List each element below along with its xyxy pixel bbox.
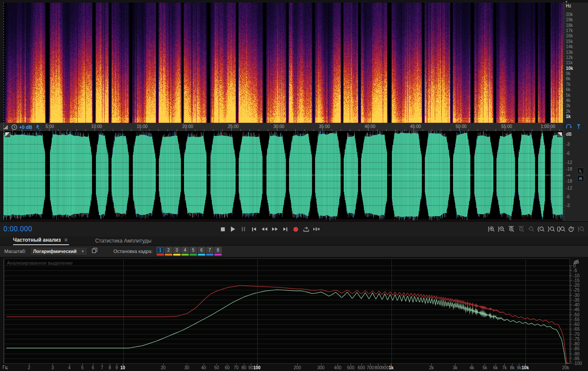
chart-x-tick-label: 20k xyxy=(562,365,569,370)
frequency-tick-label: 1k xyxy=(566,114,571,119)
playhead-line[interactable] xyxy=(3,3,4,220)
skip-to-end-button[interactable] xyxy=(281,224,289,234)
hold-frame-color-bar xyxy=(181,254,189,256)
hold-frame-button-label: 5 xyxy=(190,247,197,253)
chart-x-tick-label: 10 xyxy=(120,365,125,370)
auto-scroll-icon[interactable] xyxy=(565,123,572,131)
loop-playback-button[interactable] xyxy=(302,224,310,234)
chart-x-tick-label: 90 xyxy=(248,365,253,370)
timeline-ruler[interactable]: +0 dB 5:0010:0015:0020:0025:0030:0035:00… xyxy=(0,123,563,131)
zoom-in-horizontal-button[interactable] xyxy=(507,225,516,233)
chart-y-tick xyxy=(570,276,572,276)
hold-frame-button-7[interactable]: 7 xyxy=(206,247,214,256)
hold-frame-button-label: 1 xyxy=(157,247,164,253)
gain-hud-value[interactable]: +0 dB xyxy=(19,123,32,131)
time-display[interactable]: 0:00.000 xyxy=(3,225,32,233)
chart-y-tick-label: 0 xyxy=(573,263,576,268)
chart-x-tick-label: 200 xyxy=(294,365,301,370)
zoom-toolbar xyxy=(487,225,585,233)
zoom-in-horizontal-icon xyxy=(508,226,515,233)
transport-buttons xyxy=(218,224,321,234)
hold-frame-button-6[interactable]: 6 xyxy=(198,247,205,256)
chart-y-tick-label: -40 xyxy=(573,302,579,307)
restore-default-zoom-button[interactable] xyxy=(567,225,575,233)
hold-frame-color-bar xyxy=(198,254,205,256)
frequency-tick-label: 12k xyxy=(566,55,573,60)
frequency-tick-label: 16k xyxy=(566,33,573,38)
frequency-tick-label: 19k xyxy=(566,17,573,22)
chart-x-tick-label: 900 xyxy=(381,365,389,370)
hold-frame-button-5[interactable]: 5 xyxy=(190,247,197,256)
frequency-tick-label: 11k xyxy=(566,60,572,65)
chart-y-tick xyxy=(570,329,572,329)
chart-y-tick xyxy=(570,344,572,344)
zoom-out-horizontal-button[interactable] xyxy=(517,225,526,233)
timeline-label: 15:00 xyxy=(137,124,148,129)
copy-frames-icon[interactable] xyxy=(92,247,98,255)
chart-x-unit-label: Гц xyxy=(3,365,7,370)
marker-pin-icon[interactable] xyxy=(35,123,40,131)
amplitude-ruler[interactable]: dB L R -3-6-12-18-∞-18-12-6-3 xyxy=(563,131,588,221)
chart-x-tick-label: 80 xyxy=(242,365,246,370)
chart-x-tick-label: 800 xyxy=(374,365,382,370)
chart-x-tick-label: 60 xyxy=(225,365,230,370)
record-button[interactable] xyxy=(291,224,300,234)
chart-y-tick xyxy=(570,280,572,281)
zoom-out-vertical-button[interactable] xyxy=(497,225,506,233)
fade-in-handle[interactable] xyxy=(5,132,10,137)
rewind-button[interactable] xyxy=(260,224,269,234)
zoom-in-at-in-point-icon xyxy=(537,226,545,233)
frequency-tick-label: 10k xyxy=(566,66,573,71)
zoom-to-selection-width-button[interactable] xyxy=(557,225,565,233)
hold-frame-button-label: 2 xyxy=(165,247,172,253)
zoom-in-at-out-point-button[interactable] xyxy=(547,225,555,233)
frequency-ruler[interactable]: Hz 20k19k18k17k16k15k14k13k12k11k10k9k8k… xyxy=(563,3,588,123)
chart-x-tick-label: 8k xyxy=(510,365,515,370)
chart-y-tick-label: -95 xyxy=(573,356,579,361)
scale-label: Масштаб: xyxy=(4,249,26,254)
hold-frame-button-2[interactable]: 2 xyxy=(165,247,172,256)
zoom-in-vertical-button[interactable] xyxy=(487,225,496,233)
chart-x-tick-label: 30 xyxy=(184,365,189,370)
scale-dropdown[interactable]: Логарифмический ▼ xyxy=(30,247,87,256)
timeline-label: 50:00 xyxy=(456,124,466,129)
timeline-label: 10:00 xyxy=(91,124,102,129)
pause-button[interactable] xyxy=(239,224,248,234)
chart-x-tick-label: 1k xyxy=(389,365,394,370)
panel-menu-icon[interactable]: ≡ xyxy=(64,237,67,243)
skip-to-start-icon xyxy=(252,227,256,231)
stop-button[interactable] xyxy=(218,224,227,234)
frequency-tick-label: 15k xyxy=(566,39,573,44)
chart-y-tick-label: -35 xyxy=(573,298,579,302)
chart-y-tick-label: -45 xyxy=(573,307,579,312)
chart-y-tick-label: -60 xyxy=(573,322,579,327)
hold-frame-button-3[interactable]: 3 xyxy=(173,247,181,256)
chart-x-tick-label: 6 xyxy=(92,365,95,370)
zoom-to-selection-button[interactable] xyxy=(527,225,535,233)
channel-left-button[interactable]: L xyxy=(577,167,584,174)
play-icon xyxy=(231,227,235,232)
spectrogram-display[interactable] xyxy=(3,3,563,123)
hold-frame-button-label: 3 xyxy=(173,247,181,253)
chart-y-tick-label: -20 xyxy=(573,283,579,288)
transport-bar: 0:00.000 xyxy=(0,221,588,237)
fade-out-handle[interactable] xyxy=(557,132,562,137)
fast-forward-button[interactable] xyxy=(270,224,279,234)
zoom-reset-vertical-button[interactable] xyxy=(577,225,585,233)
waveform-display[interactable] xyxy=(3,131,563,220)
play-button[interactable] xyxy=(229,224,237,234)
chart-y-tick-label: -100 xyxy=(573,361,582,366)
hold-frame-button-4[interactable]: 4 xyxy=(181,247,189,256)
hold-frame-button-8[interactable]: 8 xyxy=(214,247,222,256)
skip-selection-button[interactable] xyxy=(312,224,321,234)
playhead-pin-icon[interactable] xyxy=(576,123,581,131)
tab-amplitude-statistics[interactable]: Статистика Амплитуды xyxy=(95,238,153,245)
skip-to-start-button[interactable] xyxy=(250,224,258,234)
tab-frequency-analysis[interactable]: Частотный анализ ≡ xyxy=(13,237,69,245)
hold-frame-button-1[interactable]: 1 xyxy=(157,247,164,256)
chart-y-tick xyxy=(570,319,572,320)
frequency-unit-label: Hz xyxy=(566,3,571,8)
channel-right-button[interactable]: R xyxy=(577,175,584,182)
zoom-in-at-in-point-button[interactable] xyxy=(537,225,545,233)
rewind-icon xyxy=(262,227,267,231)
